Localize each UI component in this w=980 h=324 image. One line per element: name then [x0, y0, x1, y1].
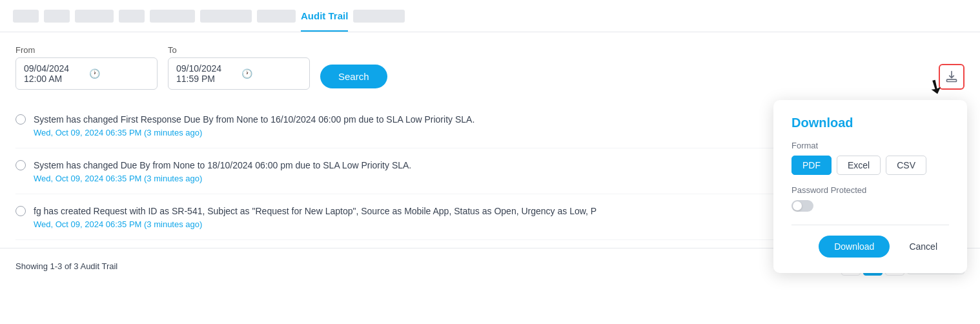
svg-rect-0	[947, 79, 957, 81]
password-toggle[interactable]	[791, 200, 813, 212]
password-label: Password Protected	[791, 185, 949, 195]
audit-text-2: System has changed Due By from None to 1…	[34, 159, 411, 172]
tab-placeholder-6[interactable]	[200, 10, 252, 23]
popup-title: Download	[791, 116, 949, 130]
tab-bar: Audit Trail	[0, 0, 980, 32]
showing-text: Showing 1-3 of 3 Audit Trail	[15, 261, 117, 271]
from-date-value: 09/04/2024 12:00 AM	[24, 63, 84, 84]
audit-radio-1[interactable]	[15, 114, 26, 125]
search-button[interactable]: Search	[320, 65, 387, 88]
popup-download-button[interactable]: Download	[819, 236, 890, 258]
tab-placeholder-7[interactable]	[257, 10, 296, 23]
format-csv-button[interactable]: CSV	[886, 156, 926, 175]
audit-radio-3[interactable]	[15, 206, 26, 216]
from-field-group: From 09/04/2024 12:00 AM 🕐	[15, 45, 158, 90]
from-clock-icon: 🕐	[89, 68, 149, 79]
tab-placeholder-4[interactable]	[119, 10, 145, 23]
format-excel-button[interactable]: Excel	[837, 156, 881, 175]
audit-text-1: System has changed First Response Due By…	[34, 113, 475, 127]
tab-placeholder-5[interactable]	[150, 10, 195, 23]
format-label: Format	[791, 141, 949, 150]
to-label: To	[168, 45, 310, 55]
to-field-group: To 09/10/2024 11:59 PM 🕐	[168, 45, 310, 90]
format-pdf-button[interactable]: PDF	[791, 156, 832, 175]
audit-time-1: Wed, Oct 09, 2024 06:35 PM (3 minutes ag…	[34, 128, 475, 137]
tab-placeholder-8[interactable]	[353, 10, 405, 23]
to-date-input[interactable]: 09/10/2024 11:59 PM 🕐	[168, 57, 310, 90]
popup-actions: Download Cancel	[791, 236, 949, 258]
format-buttons: PDF Excel CSV	[791, 156, 949, 175]
tab-audit-trail[interactable]: Audit Trail	[301, 1, 348, 32]
tab-placeholder-1[interactable]	[13, 10, 39, 23]
password-protected-row: Password Protected	[791, 185, 949, 212]
audit-time-2: Wed, Oct 09, 2024 06:35 PM (3 minutes ag…	[34, 174, 411, 183]
content-area: From 09/04/2024 12:00 AM 🕐 To 09/10/2024…	[0, 32, 980, 290]
popup-cancel-button[interactable]: Cancel	[897, 236, 949, 258]
download-popup: Download Format PDF Excel CSV Password P…	[773, 100, 967, 273]
to-date-value: 09/10/2024 11:59 PM	[176, 63, 236, 84]
tab-placeholder-2[interactable]	[44, 10, 70, 23]
toggle-knob	[793, 201, 802, 210]
download-icon	[945, 70, 958, 83]
audit-radio-2[interactable]	[15, 160, 26, 170]
password-toggle-wrap	[791, 200, 949, 212]
to-clock-icon: 🕐	[241, 68, 301, 79]
audit-text-3: fg has created Request with ID as SR-541…	[34, 205, 597, 218]
from-date-input[interactable]: 09/04/2024 12:00 AM 🕐	[15, 57, 158, 90]
audit-item-content-3: fg has created Request with ID as SR-541…	[34, 205, 597, 229]
audit-item-content-2: System has changed Due By from None to 1…	[34, 159, 411, 183]
popup-divider	[791, 225, 949, 225]
audit-time-3: Wed, Oct 09, 2024 06:35 PM (3 minutes ag…	[34, 219, 597, 229]
filter-row: From 09/04/2024 12:00 AM 🕐 To 09/10/2024…	[0, 32, 980, 100]
audit-item-content-1: System has changed First Response Due By…	[34, 113, 475, 137]
from-label: From	[15, 45, 158, 55]
tab-placeholder-3[interactable]	[75, 10, 114, 23]
